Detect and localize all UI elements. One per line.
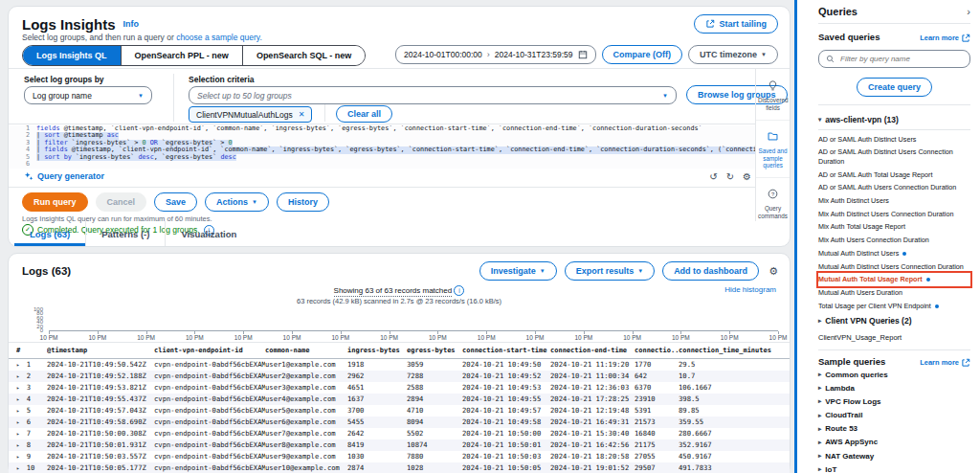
info-icon[interactable]: i [454,285,464,296]
saved-query-item[interactable]: Mutual Auth Distinct Users [818,247,970,260]
timezone-button[interactable]: UTC timezone▼ [688,45,778,64]
sample-query-group-vpc-flow-logs[interactable]: ▸VPC Flow Logs [818,394,970,408]
save-button[interactable]: Save [154,192,197,212]
editor-settings-icon[interactable]: ⚙ [743,171,751,182]
table-row[interactable]: ▸52024-10-21T10:49:57.043Zcvpn-endpoint-… [9,405,790,417]
column-header[interactable]: connection_time_minutes [679,343,790,358]
sample-query-group-cloudtrail[interactable]: ▸CloudTrail [818,408,970,421]
sample-query-group-lambda[interactable]: ▸Lambda [818,381,970,394]
export-results-button[interactable]: Export results▼ [565,261,655,281]
expand-row-icon[interactable]: ▸ [16,430,20,437]
saved-query-item-selected[interactable]: Mutual Auth Total Usage Report [818,273,970,286]
column-header[interactable]: @timestamp [47,343,154,358]
rail-item-bulb[interactable]: Discovered fields [756,78,790,121]
create-query-button[interactable]: Create query [857,78,932,97]
expand-row-icon[interactable]: ▸ [16,361,20,368]
table-row[interactable]: ▸62024-10-21T10:49:58.690Zcvpn-endpoint-… [9,417,790,428]
saved-query-item[interactable]: AD or SAML Auth Total Usage Report [818,168,970,181]
table-cell: ▸8 [16,439,47,451]
expand-row-icon[interactable]: ▸ [16,384,20,391]
saved-learn-more-link[interactable]: Learn more [920,34,970,43]
column-header[interactable]: connection-start-time [462,343,550,358]
expand-row-icon[interactable]: ▸ [16,418,20,425]
saved-query-item[interactable]: Mix Auth Distinct Users [818,194,970,208]
column-header[interactable]: common-name [265,343,347,358]
redo-icon[interactable]: ↻ [726,171,734,182]
saved-query-item[interactable]: ClientVPN_Usage_Report [818,330,970,346]
add-to-dashboard-button[interactable]: Add to dashboard [662,261,759,281]
saved-query-item[interactable]: Mix Auth Users Connection Duration [818,234,970,247]
saved-query-item[interactable]: Mutual Auth Users Duration [818,286,970,300]
column-header[interactable]: connection-end-time [550,343,635,358]
tab-opensearch-sql-new[interactable]: OpenSearch SQL - new [243,46,365,65]
table-cell: 2024-10-21 18:20:58 [550,451,635,462]
table-row[interactable]: ▸102024-10-21T10:50:05.177Zcvpn-endpoint… [9,462,790,473]
table-row[interactable]: ▸12024-10-21T10:49:50.542Zcvpn-endpoint-… [9,359,790,371]
sample-query-group-iot[interactable]: ▸IoT [818,462,970,473]
sample-query-group-nat-gateway[interactable]: ▸NAT Gateway [818,449,970,462]
table-row[interactable]: ▸72024-10-21T10:50:00.308Zcvpn-endpoint-… [9,428,790,439]
compare-button[interactable]: Compare (Off) [602,45,683,64]
table-row[interactable]: ▸32024-10-21T10:49:53.821Zcvpn-endpoint-… [9,382,790,394]
hide-histogram-link[interactable]: Hide histogram [724,285,776,294]
table-cell: 21175 [635,439,679,451]
query-editor[interactable]: 1fields @timestamp, `client-vpn-endpoint… [9,125,755,169]
clear-all-button[interactable]: Clear all [336,105,392,123]
undo-icon[interactable]: ↺ [709,171,717,182]
query-generator-link[interactable]: Query generator [24,171,104,181]
sample-query-group-common-queries[interactable]: ▸Common queries [818,368,970,381]
rail-item-folder[interactable]: Saved and sample queries [756,128,790,179]
x-axis-tick [584,331,585,334]
query-group-aws-client-vpn[interactable]: ▾ aws-client-vpn (13) [818,111,970,130]
cancel-button[interactable]: Cancel [96,192,147,212]
expand-row-icon[interactable]: ▸ [16,453,20,460]
log-group-select[interactable]: Select up to 50 log groups ▼ [189,86,677,104]
tab-logs-63-[interactable]: Logs (63) [14,221,86,246]
saved-query-item[interactable]: AD or SAML Auth Distinct Users [818,133,970,146]
table-settings-icon[interactable]: ⚙ [767,265,780,278]
column-header[interactable]: egress-bytes [407,343,462,358]
tab-visualization[interactable]: Visualization [166,221,252,246]
column-header[interactable]: client-vpn-endpoint-id [154,343,265,358]
expand-row-icon[interactable]: ▸ [16,441,20,448]
query-group-client-vpn[interactable]: ▸ Client VPN Queries (2) [818,312,970,330]
remove-token-icon[interactable]: ✕ [299,110,305,119]
run-query-button[interactable]: Run query [22,192,88,212]
tab-opensearch-ppl-new[interactable]: OpenSearch PPL - new [122,46,243,65]
info-link[interactable]: Info [123,19,140,29]
table-cell: ▸3 [16,382,47,394]
saved-query-item[interactable]: AD or SAML Auth Users Connection Duratio… [818,181,970,194]
expand-row-icon[interactable]: ▸ [16,395,20,402]
tab-patterns-[interactable]: Patterns (-) [86,221,166,246]
saved-query-item[interactable]: Total Usage per Client VPN Endpoint [818,300,970,313]
table-row[interactable]: ▸42024-10-21T10:49:55.437Zcvpn-endpoint-… [9,394,790,405]
actions-button[interactable]: Actions▼ [205,192,269,212]
expand-row-icon[interactable]: ▸ [16,464,20,471]
chevron-down-icon: ▼ [252,199,257,205]
filter-queries-input[interactable] [838,54,963,64]
saved-query-item[interactable]: AD or SAML Auth Distinct Users Connectio… [818,146,970,168]
tab-logs-insights-ql[interactable]: Logs Insights QL [23,46,122,65]
expand-row-icon[interactable]: ▸ [16,372,20,379]
sample-query-group-aws-appsync[interactable]: ▸AWS AppSync [818,436,970,449]
sample-learn-more-link[interactable]: Learn more [920,358,970,368]
table-row[interactable]: ▸82024-10-21T10:50:01.931Zcvpn-endpoint-… [9,439,790,451]
log-group-mode-select[interactable]: Log group name ▼ [24,86,152,104]
collapse-panel-icon[interactable]: › [967,6,970,17]
column-header[interactable]: ingress-bytes [347,343,407,358]
column-header[interactable]: # [16,343,47,358]
saved-query-item[interactable]: Mix Auth Total Usage Report [818,220,970,234]
date-range-picker[interactable]: 2024-10-01T00:00:00 › 2024-10-31T23:59:5… [395,45,596,64]
start-tailing-button[interactable]: Start tailing [694,14,778,34]
sample-query-link[interactable]: choose a sample query. [176,33,262,42]
table-row[interactable]: ▸92024-10-21T10:50:03.557Zcvpn-endpoint-… [9,451,790,462]
table-row[interactable]: ▸22024-10-21T10:49:52.188Zcvpn-endpoint-… [9,371,790,382]
saved-query-item[interactable]: Mutual Auth Distinct Users Connection Du… [818,259,970,273]
expand-row-icon[interactable]: ▸ [16,407,20,414]
chevron-down-icon: ▼ [540,268,546,274]
sample-query-group-route-53[interactable]: ▸Route 53 [818,422,970,436]
investigate-button[interactable]: Investigate▼ [479,261,557,281]
history-button[interactable]: History [277,192,329,212]
column-header[interactable]: connectio... [635,343,679,358]
saved-query-item[interactable]: Mix Auth Distinct Users Connection Durat… [818,208,970,221]
